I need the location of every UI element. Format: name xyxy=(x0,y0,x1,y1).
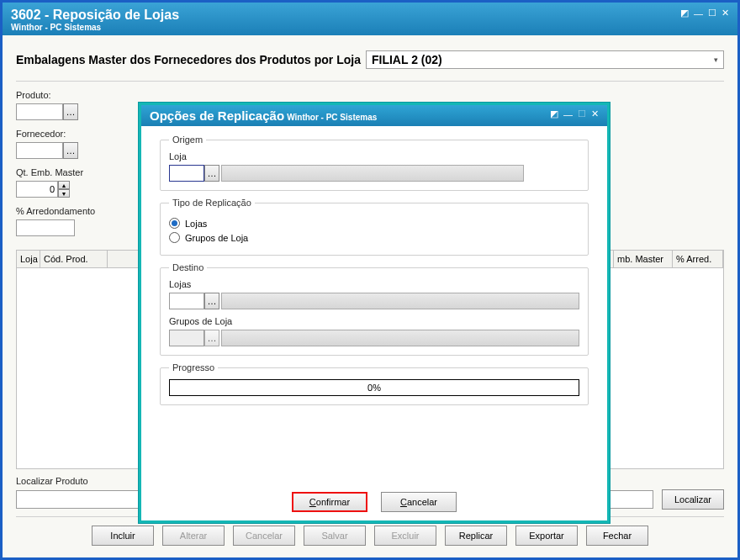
destino-grupos-input xyxy=(169,330,204,346)
qt-emb-label: Qt. Emb. Master xyxy=(16,167,151,177)
tipo-legend: Tipo de Replicação xyxy=(169,198,255,208)
maximize-icon[interactable]: ☐ xyxy=(708,8,716,18)
confirmar-button[interactable]: Confirmar xyxy=(292,492,367,512)
modal-minimize-icon[interactable]: — xyxy=(563,109,573,119)
fornecedor-lookup-button[interactable]: … xyxy=(63,142,78,159)
destino-legend: Destino xyxy=(169,262,207,272)
modal-titlebar: Opções de Replicação Winthor - PC Sistem… xyxy=(141,105,607,126)
origem-loja-lookup-button[interactable]: … xyxy=(204,165,219,182)
progresso-legend: Progresso xyxy=(169,362,218,372)
page-header-label: Embalagens Master dos Fornecedores dos P… xyxy=(16,53,361,66)
radio-lojas-icon xyxy=(169,218,180,229)
produto-input[interactable] xyxy=(16,103,63,120)
modal-subtitle: Winthor - PC Sistemas xyxy=(287,113,377,122)
origem-legend: Origem xyxy=(169,135,206,145)
arred-input[interactable] xyxy=(16,219,75,236)
modal-cancelar-button[interactable]: Cancelar xyxy=(381,492,457,512)
radio-grupos[interactable]: Grupos de Loja xyxy=(169,232,579,243)
grid-col-arred[interactable]: % Arred. xyxy=(673,251,723,267)
restore-icon[interactable]: ◩ xyxy=(680,8,689,18)
origem-loja-display xyxy=(221,165,524,182)
minimize-icon[interactable]: — xyxy=(694,8,703,18)
modal-close-icon[interactable]: ✕ xyxy=(591,108,599,119)
grid-col-loja[interactable]: Loja xyxy=(17,251,40,267)
grid-col-codprod[interactable]: Cód. Prod. xyxy=(40,251,108,267)
spin-down-button[interactable]: ▼ xyxy=(58,189,70,198)
radio-lojas-label: Lojas xyxy=(185,219,207,229)
modal-title: Opções de Replicação xyxy=(150,108,284,123)
origem-group: Origem Loja … xyxy=(160,135,589,191)
modal-maximize-icon: ☐ xyxy=(578,108,586,119)
progress-value: 0% xyxy=(367,383,381,393)
radio-lojas[interactable]: Lojas xyxy=(169,218,579,229)
loja-select[interactable]: FILIAL 2 (02) ▾ xyxy=(366,50,724,69)
qt-emb-input[interactable] xyxy=(16,181,58,198)
radio-grupos-icon xyxy=(169,232,180,243)
destino-lojas-label: Lojas xyxy=(169,279,579,289)
salvar-button[interactable]: Salvar xyxy=(304,526,366,546)
main-window: 3602 - Reposição de Lojas Winthor - PC S… xyxy=(2,2,738,558)
modal-restore-icon[interactable]: ◩ xyxy=(550,108,558,119)
grid-col-embmaster[interactable]: mb. Master xyxy=(614,251,673,267)
replicar-button[interactable]: Replicar xyxy=(445,526,507,546)
progress-bar: 0% xyxy=(169,379,579,396)
destino-group: Destino Lojas … Grupos de Loja … xyxy=(160,262,589,356)
alterar-button[interactable]: Alterar xyxy=(162,526,225,546)
produto-label: Produto: xyxy=(16,90,151,100)
main-title: 3602 - Reposição de Lojas xyxy=(11,8,179,23)
fechar-button[interactable]: Fechar xyxy=(586,526,648,546)
radio-grupos-label: Grupos de Loja xyxy=(185,233,248,243)
destino-lojas-input[interactable] xyxy=(169,293,204,309)
cancelar-button[interactable]: Cancelar xyxy=(233,526,295,546)
destino-lojas-display xyxy=(221,293,579,309)
main-titlebar: 3602 - Reposição de Lojas Winthor - PC S… xyxy=(3,3,737,35)
destino-grupos-display xyxy=(221,330,579,346)
main-subtitle: Winthor - PC Sistemas xyxy=(11,23,179,32)
spin-up-button[interactable]: ▲ xyxy=(58,181,70,189)
exportar-button[interactable]: Exportar xyxy=(515,526,578,546)
localizar-button[interactable]: Localizar xyxy=(662,489,724,510)
incluir-button[interactable]: Incluir xyxy=(92,526,154,546)
close-icon[interactable]: ✕ xyxy=(722,8,729,18)
tipo-group: Tipo de Replicação Lojas Grupos de Loja xyxy=(160,198,589,256)
destino-grupos-lookup-button: … xyxy=(204,330,219,346)
fornecedor-label: Fornecedor: xyxy=(16,129,151,139)
fornecedor-input[interactable] xyxy=(16,142,63,159)
progresso-group: Progresso 0% xyxy=(160,362,589,405)
replicacao-modal: Opções de Replicação Winthor - PC Sistem… xyxy=(139,103,610,523)
destino-grupos-label: Grupos de Loja xyxy=(169,316,579,326)
destino-lojas-lookup-button[interactable]: … xyxy=(204,293,219,309)
loja-select-value: FILIAL 2 (02) xyxy=(372,53,442,66)
excluir-button[interactable]: Excluir xyxy=(374,526,436,546)
origem-loja-label: Loja xyxy=(169,151,579,161)
origem-loja-input[interactable] xyxy=(169,165,204,182)
produto-lookup-button[interactable]: … xyxy=(63,103,78,120)
chevron-down-icon: ▾ xyxy=(714,55,718,64)
arred-label: % Arredondamento xyxy=(16,206,151,216)
